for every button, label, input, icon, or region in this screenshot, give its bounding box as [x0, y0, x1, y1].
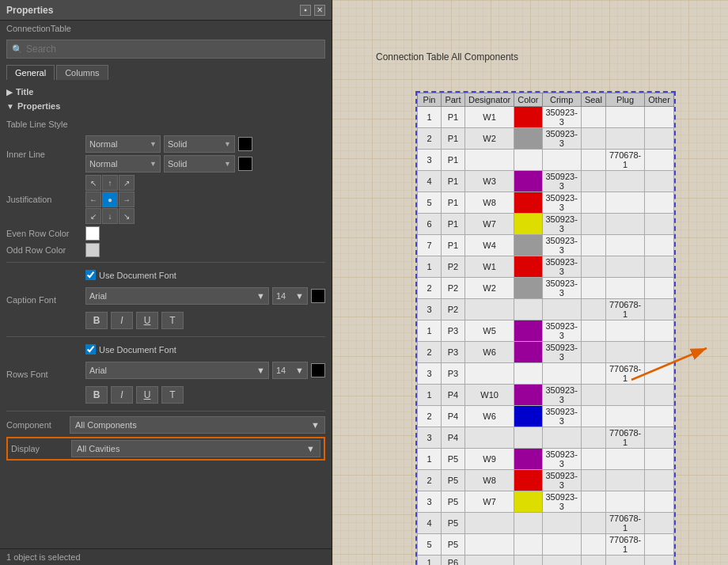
- caption-use-doc-font-row: Use Document Font: [85, 270, 325, 280]
- display-row: Display All Cavities ▼: [6, 437, 325, 461]
- chevron-down-icon: ▼: [295, 366, 304, 375]
- caption-use-doc-font-label: Use Document Font: [99, 271, 176, 280]
- caption-use-doc-font-checkbox[interactable]: [85, 270, 96, 280]
- line-style-select-1[interactable]: Solid ▼: [164, 135, 235, 153]
- just-bot-right[interactable]: ↘: [119, 208, 135, 224]
- properties-section-header[interactable]: ▼ Properties: [6, 99, 325, 113]
- just-top-right[interactable]: ↗: [119, 175, 135, 191]
- component-select[interactable]: All Components ▼: [70, 416, 325, 434]
- caption-underline-button[interactable]: U: [136, 312, 158, 329]
- line-color-swatch-2[interactable]: [238, 157, 252, 171]
- panel-header: Properties ▪ ✕: [0, 0, 332, 21]
- table-wrapper: Connection Table All Components Pin Part…: [376, 51, 518, 65]
- table-row: 3P5W7350923-3: [418, 491, 674, 513]
- line-style-row-1: Normal ▼ Solid ▼: [85, 135, 252, 153]
- search-icon: 🔍: [12, 44, 23, 55]
- panel-subtitle: ConnectionTable: [0, 21, 332, 36]
- properties-arrow-icon: ▼: [6, 102, 14, 111]
- caption-font-name-select[interactable]: Arial ▼: [85, 287, 269, 305]
- table-row: 3P1770678-1: [418, 150, 674, 171]
- tab-general[interactable]: General: [6, 65, 55, 80]
- table-row: 1P5W9350923-3: [418, 449, 674, 470]
- chevron-down-icon: ▼: [224, 160, 231, 168]
- just-bot-left[interactable]: ↙: [85, 208, 101, 224]
- chevron-down-icon: ▼: [224, 140, 231, 148]
- display-select[interactable]: All Cavities ▼: [71, 440, 320, 457]
- chevron-down-icon: ▼: [256, 366, 265, 375]
- rows-underline-button[interactable]: U: [136, 386, 158, 404]
- odd-row-color-label: Odd Row Color: [6, 245, 85, 255]
- just-top-center[interactable]: ↑: [102, 175, 118, 191]
- just-mid-left[interactable]: ←: [85, 191, 101, 207]
- table-row: 1P4W10350923-3: [418, 385, 674, 406]
- tab-columns[interactable]: Columns: [56, 65, 108, 80]
- pin-button[interactable]: ▪: [300, 5, 311, 16]
- rows-use-doc-font-label: Use Document Font: [99, 345, 176, 355]
- just-mid-center[interactable]: ●: [102, 191, 118, 207]
- odd-row-color-row: Odd Row Color: [6, 243, 325, 257]
- col-crimp: Crimp: [542, 93, 581, 107]
- rows-font-color-swatch[interactable]: [311, 363, 325, 377]
- table-row: 3P2770678-1: [418, 299, 674, 320]
- caption-bold-button[interactable]: B: [85, 312, 108, 329]
- chevron-down-icon: ▼: [150, 140, 157, 148]
- caption-text-button[interactable]: T: [161, 312, 184, 329]
- caption-font-name-row: Arial ▼ 14 ▼: [85, 287, 325, 305]
- panel-title: Properties: [6, 5, 53, 16]
- table-row: 4P1W3350923-3: [418, 171, 674, 192]
- rows-italic-button[interactable]: I: [111, 386, 133, 404]
- rows-bold-button[interactable]: B: [85, 386, 108, 404]
- just-top-left[interactable]: ↖: [85, 175, 101, 191]
- col-color: Color: [514, 93, 542, 107]
- table-line-style-row: Table Line Style: [6, 116, 325, 133]
- chevron-down-icon: ▼: [311, 420, 320, 430]
- rows-font-row: Rows Font Use Document Font Arial ▼ 14 ▼: [6, 342, 325, 406]
- caption-font-row: Caption Font Use Document Font Arial ▼ 1…: [6, 267, 325, 332]
- justification-grid: ↖ ↑ ↗ ← ● → ↙ ↓ ↘: [85, 175, 135, 224]
- col-designator: Designator: [465, 93, 514, 107]
- rows-text-button[interactable]: T: [161, 386, 184, 404]
- close-button[interactable]: ✕: [314, 5, 325, 16]
- caption-font-label: Caption Font: [6, 295, 85, 305]
- caption-italic-button[interactable]: I: [111, 312, 133, 329]
- display-label: Display: [11, 444, 71, 453]
- line-style-select-2[interactable]: Solid ▼: [164, 155, 235, 173]
- divider-3: [6, 411, 325, 411]
- just-bot-center[interactable]: ↓: [102, 208, 118, 224]
- col-plug: Plug: [605, 93, 644, 107]
- title-section-header[interactable]: ▶ Title: [6, 85, 325, 99]
- table-row: 1P3W5350923-3: [418, 320, 674, 342]
- canvas-area: Connection Table All Components Pin Part…: [332, 0, 728, 565]
- chevron-down-icon: ▼: [306, 444, 315, 453]
- chevron-down-icon: ▼: [295, 291, 304, 301]
- properties-panel: Properties ▪ ✕ ConnectionTable 🔍 General…: [0, 0, 332, 565]
- table-line-style-label: Table Line Style: [6, 119, 85, 129]
- col-part: Part: [442, 93, 465, 107]
- search-input[interactable]: [26, 44, 320, 55]
- inner-line-label: Inner Line: [6, 150, 85, 159]
- just-mid-right[interactable]: →: [119, 191, 135, 207]
- component-row: Component All Components ▼: [6, 416, 325, 434]
- line-color-swatch-1[interactable]: [238, 137, 252, 151]
- table-row: 7P1W4350923-3: [418, 235, 674, 256]
- caption-font-color-swatch[interactable]: [311, 289, 325, 303]
- line-weight-select-2[interactable]: Normal ▼: [85, 155, 161, 173]
- table-title: Connection Table All Components: [376, 51, 518, 63]
- odd-row-color-swatch[interactable]: [85, 243, 100, 257]
- line-weight-select-1[interactable]: Normal ▼: [85, 135, 161, 153]
- table-row: 3P3770678-1: [418, 363, 674, 385]
- component-label: Component: [6, 420, 70, 430]
- even-row-color-swatch[interactable]: [85, 226, 100, 241]
- justification-row: Justification ↖ ↑ ↗ ← ● → ↙ ↓ ↘: [6, 175, 325, 224]
- rows-font-size-select[interactable]: 14 ▼: [272, 362, 308, 379]
- rows-font-label: Rows Font: [6, 370, 85, 379]
- connection-table-container: Pin Part Designator Color Crimp Seal Plu…: [415, 91, 676, 565]
- rows-font-name-select[interactable]: Arial ▼: [85, 362, 269, 379]
- table-row: 6P1W7350923-3: [418, 214, 674, 235]
- rows-use-doc-font-checkbox[interactable]: [85, 344, 96, 355]
- table-row: 2P1W2350923-3: [418, 128, 674, 150]
- inner-line-group: Normal ▼ Solid ▼ Normal ▼ Solid: [85, 135, 252, 173]
- caption-font-size-select[interactable]: 14 ▼: [272, 287, 308, 305]
- status-bar: 1 object is selected: [0, 548, 332, 565]
- search-bar: 🔍: [6, 40, 325, 59]
